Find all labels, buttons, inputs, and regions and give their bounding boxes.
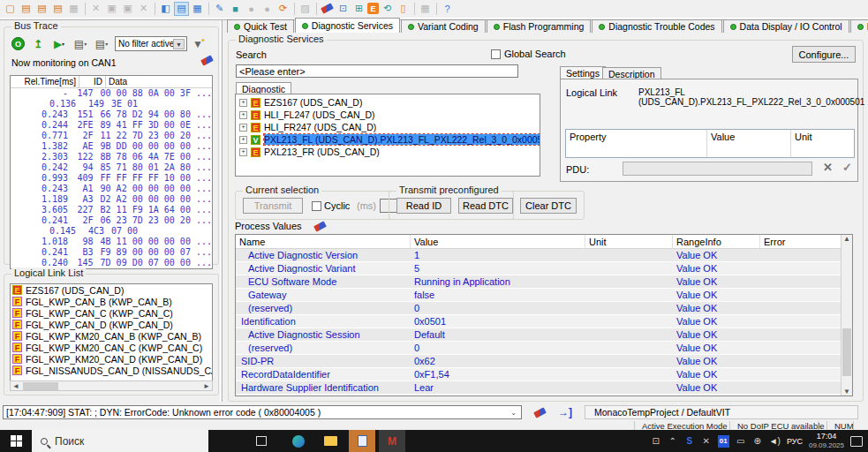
col-value[interactable]: Value: [707, 130, 791, 157]
filter-icon[interactable]: ▼✦: [192, 37, 208, 51]
tab-settings[interactable]: Settings: [560, 66, 606, 79]
trace-row[interactable]: 0.771 2F 11 22 7D 23 00 20 ...: [11, 131, 212, 141]
cut-icon[interactable]: ✕: [88, 2, 103, 16]
edge-icon[interactable]: [285, 430, 312, 452]
table-icon[interactable]: ▦: [418, 2, 433, 16]
logical-link-item[interactable]: F FGL_KWP_CAN_B (KWP_CAN_B): [11, 296, 212, 307]
sep[interactable]: [155, 3, 155, 15]
scroll-thumb[interactable]: [23, 382, 58, 390]
trace-row[interactable]: 3.605 227 B2 11 F9 1A 64 00 ...: [11, 205, 212, 215]
stop-icon[interactable]: ■: [228, 2, 243, 16]
file-explorer-icon[interactable]: [317, 430, 343, 452]
monaco-app-icon[interactable]: M: [379, 430, 405, 452]
open-file-icon[interactable]: ▤: [19, 2, 34, 16]
configure-button[interactable]: Configure...: [792, 46, 856, 63]
monitor-icon[interactable]: ⊡: [336, 2, 351, 16]
exit-icon[interactable]: →]: [558, 406, 572, 418]
main-tab[interactable]: ECU Exchange: [850, 19, 868, 33]
trace-row[interactable]: 1.189 A3 D2 A2 00 00 00 00 ...: [11, 194, 212, 205]
import-icon[interactable]: ▤: [50, 2, 65, 16]
col-rangeinfo[interactable]: RangeInfo: [673, 235, 760, 248]
document-icon[interactable]: ▯: [396, 2, 411, 16]
process-value-row[interactable]: (reserved) 0 Value OK: [236, 342, 852, 355]
main-tab[interactable]: Diagnostic Trouble Codes: [592, 19, 721, 33]
logical-link-item[interactable]: E EZS167 (UDS_CAN_D): [11, 284, 212, 296]
logical-link-item[interactable]: F FGL_KWP_CAN_C (KWP_CAN_C): [11, 307, 212, 319]
process-value-row[interactable]: Active Diagnostic Variant 5 Value OK: [236, 262, 852, 275]
process-value-row[interactable]: SID-PR 0x62 Value OK: [236, 355, 852, 368]
process-value-row[interactable]: Active Diagnostic Session Default Value …: [236, 328, 852, 342]
pdu-apply-icon[interactable]: ✓: [842, 161, 852, 174]
trace-row[interactable]: - 147 00 00 88 0A 00 3F ...: [11, 88, 212, 99]
battery-icon[interactable]: ▭: [736, 435, 746, 448]
sep[interactable]: [414, 3, 415, 15]
language-indicator[interactable]: РУС: [787, 435, 803, 448]
vector-tool-icon[interactable]: S: [684, 435, 695, 448]
expand-icon[interactable]: +: [239, 124, 247, 132]
layout-columns-icon[interactable]: ◧: [158, 2, 173, 16]
trace-row[interactable]: 2.303 122 8B 78 06 4A 7E 00 ...: [11, 152, 212, 162]
vertical-scrollbar[interactable]: ▲ ▼: [841, 235, 852, 396]
logical-link-item[interactable]: F FGL_KWP_KM20_CAN_B (KWP_CAN_B): [11, 330, 212, 342]
reload-icon[interactable]: ⟲: [380, 2, 395, 16]
trace-row[interactable]: 0.243 A1 90 A2 00 00 00 00 ...: [11, 184, 212, 194]
expand-icon[interactable]: +: [239, 148, 247, 156]
clear-dtc-button[interactable]: Clear DTC: [520, 198, 577, 214]
horizontal-scrollbar[interactable]: ◄ ►: [10, 380, 213, 391]
scroll-left-icon[interactable]: ◄: [11, 382, 19, 390]
sep[interactable]: [85, 3, 86, 15]
clear-process-values-icon[interactable]: [313, 221, 327, 231]
sep[interactable]: [316, 3, 317, 15]
ecu-exchange-icon[interactable]: E: [367, 3, 379, 14]
process-value-row[interactable]: Gateway false Value OK: [236, 289, 852, 302]
notification-center-icon[interactable]: [850, 435, 863, 448]
tree-item[interactable]: + V PXL213_FL (UDS_CAN_D).PXL213_FL_PXL2…: [236, 133, 540, 146]
trace-row[interactable]: 0.241 2F 06 23 7D 23 00 20 ...: [11, 215, 212, 226]
start-button[interactable]: [0, 430, 32, 452]
main-tab[interactable]: Diagnostic Services: [295, 18, 400, 33]
delete-icon[interactable]: ✕: [136, 2, 151, 16]
copy-icon[interactable]: ▣: [104, 2, 119, 16]
clear-trace-icon[interactable]: [200, 55, 214, 65]
logical-link-item[interactable]: F FGL_KWP_KM20_CAN_D (KWP_CAN_D): [11, 353, 212, 365]
cyclic-checkbox[interactable]: Cyclic: [312, 200, 350, 211]
trace-row[interactable]: 1.018 98 4B 11 00 00 00 00 ...: [11, 237, 212, 247]
process-values-table[interactable]: Name Value Unit RangeInfo Error Active D…: [235, 234, 853, 396]
edit-icon[interactable]: ✎: [212, 2, 227, 16]
col-value[interactable]: Value: [411, 235, 585, 248]
tree-item[interactable]: + E EZS167 (UDS_CAN_D): [236, 96, 540, 109]
record-icon[interactable]: ●: [244, 2, 259, 16]
expand-icon[interactable]: +: [239, 111, 247, 119]
layout-grid-icon[interactable]: ▦: [190, 2, 205, 16]
scroll-down-icon[interactable]: ▼: [842, 388, 852, 396]
eraser-icon[interactable]: [320, 2, 335, 16]
tree-item[interactable]: + E HLI_FL247 (UDS_CAN_D): [236, 109, 540, 121]
logical-link-item[interactable]: F FGL_NISSANUDS_CAN_D (NISSANUDS_CAN_D): [11, 365, 212, 376]
can-channel-icon[interactable]: 01: [718, 435, 729, 448]
status-message-select[interactable]: [17:04:47:909] STAT: ; DYN: ErrorCode: U…: [3, 405, 522, 419]
expand-icon[interactable]: +: [239, 136, 247, 144]
col-unit[interactable]: Unit: [585, 235, 673, 248]
process-value-row[interactable]: RecordDataIdentifier 0xF1,54 Value OK: [236, 368, 852, 381]
task-view-button[interactable]: [248, 430, 275, 452]
taskbar-search[interactable]: Поиск: [32, 430, 208, 452]
export-trace-icon[interactable]: ▤▾: [72, 37, 88, 51]
refresh-icon[interactable]: ⟳: [275, 2, 291, 16]
help-icon[interactable]: ?: [440, 2, 455, 16]
tree-item[interactable]: + E PXL213_FR (UDS_CAN_D): [236, 146, 540, 158]
trace-row[interactable]: 1.382 AE 9B DD 00 00 00 00 ...: [11, 141, 212, 152]
play-icon[interactable]: ▶▾: [51, 37, 67, 51]
logical-link-item[interactable]: F FGL_KWP_KM20_CAN_C (KWP_CAN_C): [11, 342, 212, 353]
layout-rows-icon[interactable]: ▤: [174, 2, 189, 16]
screen-share-icon[interactable]: ⊡: [651, 435, 661, 448]
network-globe-icon[interactable]: ⊕: [752, 435, 763, 448]
process-value-row[interactable]: (reserved) 0 Value OK: [236, 302, 852, 315]
start-stop-icon[interactable]: O: [11, 37, 25, 50]
scroll-up-icon[interactable]: ▲: [842, 235, 852, 243]
read-dtc-button[interactable]: Read DTC: [458, 198, 513, 214]
logical-link-item[interactable]: F FGL_KWP_CAN_D (KWP_CAN_D): [11, 319, 212, 330]
expand-icon[interactable]: +: [239, 99, 247, 107]
scroll-right-icon[interactable]: ►: [203, 382, 212, 390]
sep[interactable]: [436, 3, 437, 15]
trace-filter-select[interactable]: No filter active ▼: [115, 36, 187, 51]
